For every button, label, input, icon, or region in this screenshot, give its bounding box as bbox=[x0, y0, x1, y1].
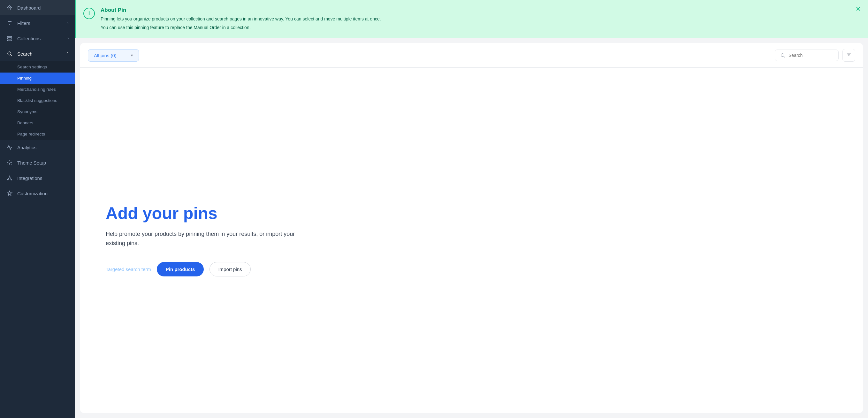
content-card: All pins (0) ▾ Add your pins Help promot… bbox=[80, 43, 863, 413]
sidebar-item-page-redirects[interactable]: Page redirects bbox=[0, 128, 75, 140]
dashboard-icon bbox=[6, 4, 13, 11]
pin-products-button[interactable]: Pin products bbox=[157, 262, 204, 276]
svg-point-11 bbox=[11, 179, 12, 180]
sidebar-label-analytics: Analytics bbox=[17, 145, 36, 150]
page-redirects-label: Page redirects bbox=[17, 132, 45, 137]
banner-text-2: You can use this pinning feature to repl… bbox=[101, 24, 859, 31]
collections-icon bbox=[6, 35, 13, 41]
svg-point-14 bbox=[781, 54, 784, 57]
filter-sort-button[interactable] bbox=[842, 49, 855, 62]
sidebar-item-theme-setup[interactable]: Theme Setup bbox=[0, 155, 75, 170]
search-sub-menu: Search settings Pinning Merchandising ru… bbox=[0, 61, 75, 140]
empty-state-actions: Targeted search term Pin products Import… bbox=[106, 262, 251, 276]
svg-line-15 bbox=[784, 56, 785, 58]
search-input[interactable] bbox=[788, 53, 833, 58]
banners-label: Banners bbox=[17, 120, 33, 125]
filters-icon bbox=[6, 20, 13, 26]
banner-content: About Pin Pinning lets you organize prod… bbox=[101, 7, 859, 31]
sidebar-item-pinning[interactable]: Pinning bbox=[0, 72, 75, 84]
svg-point-10 bbox=[7, 179, 8, 180]
search-box-icon bbox=[780, 53, 785, 58]
banner-close-button[interactable]: ✕ bbox=[856, 6, 861, 12]
filter-sort-icon bbox=[846, 52, 852, 58]
search-settings-label: Search settings bbox=[17, 64, 47, 69]
sidebar-item-filters[interactable]: Filters › bbox=[0, 16, 75, 31]
sidebar-label-collections: Collections bbox=[17, 36, 40, 41]
svg-point-9 bbox=[9, 176, 10, 177]
targeted-search-term-label: Targeted search term bbox=[106, 267, 151, 272]
search-icon bbox=[6, 51, 13, 57]
empty-state: Add your pins Help promote your products… bbox=[80, 68, 863, 413]
svg-line-12 bbox=[8, 177, 9, 179]
theme-setup-icon bbox=[6, 159, 13, 166]
pins-dropdown[interactable]: All pins (0) ▾ bbox=[88, 49, 139, 62]
filters-chevron-icon: › bbox=[67, 21, 69, 25]
svg-point-8 bbox=[9, 162, 10, 163]
synonyms-label: Synonyms bbox=[17, 109, 37, 114]
search-chevron-icon: ˅ bbox=[67, 52, 69, 56]
pins-dropdown-label: All pins (0) bbox=[94, 53, 117, 58]
collections-chevron-icon: › bbox=[67, 36, 69, 40]
integrations-icon bbox=[6, 175, 13, 181]
sidebar-item-integrations[interactable]: Integrations bbox=[0, 170, 75, 186]
sidebar-label-theme-setup: Theme Setup bbox=[17, 160, 46, 166]
svg-point-6 bbox=[8, 52, 11, 55]
sidebar: Dashboard Filters › Collections › Search… bbox=[0, 0, 75, 418]
chevron-down-icon: ▾ bbox=[131, 53, 133, 58]
customization-icon bbox=[6, 190, 13, 197]
sidebar-item-analytics[interactable]: Analytics bbox=[0, 140, 75, 155]
sidebar-item-banners[interactable]: Banners bbox=[0, 117, 75, 128]
svg-line-13 bbox=[9, 177, 11, 179]
svg-rect-3 bbox=[7, 36, 12, 37]
sidebar-label-search: Search bbox=[17, 51, 33, 57]
svg-line-7 bbox=[10, 55, 12, 56]
main-content: i About Pin Pinning lets you organize pr… bbox=[75, 0, 868, 418]
pinning-label: Pinning bbox=[17, 76, 32, 81]
sidebar-label-dashboard: Dashboard bbox=[17, 5, 40, 10]
banner-text-1: Pinning lets you organize products on yo… bbox=[101, 16, 859, 22]
pins-toolbar: All pins (0) ▾ bbox=[80, 43, 863, 68]
svg-rect-4 bbox=[7, 38, 12, 39]
blacklist-suggestions-label: Blacklist suggestions bbox=[17, 98, 57, 103]
merchandising-rules-label: Merchandising rules bbox=[17, 87, 56, 92]
sidebar-item-customization[interactable]: Customization bbox=[0, 186, 75, 201]
sidebar-label-customization: Customization bbox=[17, 191, 48, 196]
banner-title: About Pin bbox=[101, 7, 859, 13]
svg-rect-5 bbox=[7, 40, 12, 41]
sidebar-item-collections[interactable]: Collections › bbox=[0, 31, 75, 46]
sidebar-item-blacklist-suggestions[interactable]: Blacklist suggestions bbox=[0, 95, 75, 106]
sidebar-item-search-settings[interactable]: Search settings bbox=[0, 61, 75, 72]
sidebar-item-dashboard[interactable]: Dashboard bbox=[0, 0, 75, 16]
sidebar-label-integrations: Integrations bbox=[17, 175, 42, 181]
analytics-icon bbox=[6, 144, 13, 151]
info-banner: i About Pin Pinning lets you organize pr… bbox=[75, 0, 868, 38]
sidebar-item-search[interactable]: Search ˅ bbox=[0, 46, 75, 61]
search-box[interactable] bbox=[775, 50, 839, 61]
empty-state-title: Add your pins bbox=[106, 204, 217, 222]
sidebar-item-synonyms[interactable]: Synonyms bbox=[0, 106, 75, 117]
import-pins-button[interactable]: Import pins bbox=[210, 262, 250, 276]
empty-state-description: Help promote your products by pinning th… bbox=[106, 230, 297, 248]
sidebar-item-merchandising-rules[interactable]: Merchandising rules bbox=[0, 84, 75, 95]
info-icon: i bbox=[83, 8, 95, 19]
sidebar-label-filters: Filters bbox=[17, 21, 30, 26]
